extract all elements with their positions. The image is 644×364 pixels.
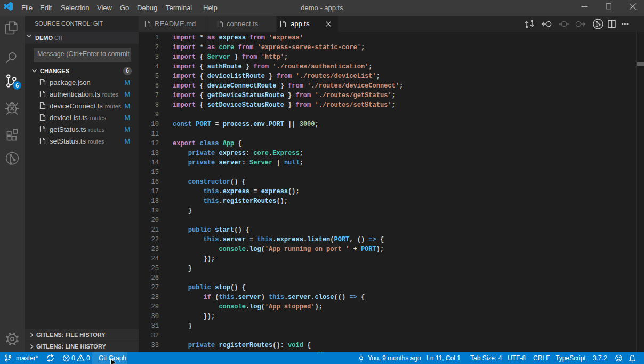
svg-text:6: 6	[15, 82, 19, 89]
